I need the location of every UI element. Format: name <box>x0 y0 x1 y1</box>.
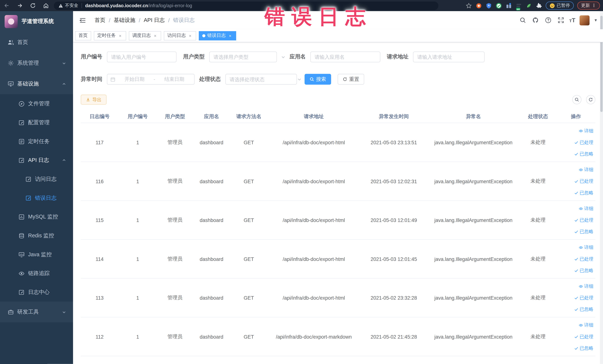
app-logo-row[interactable]: 芋道管理系统 <box>0 11 73 32</box>
sidebar-item-file-management[interactable]: 文件管理 <box>0 94 73 113</box>
extension-green-check-icon[interactable] <box>496 2 502 9</box>
tag-close-icon[interactable]: × <box>188 33 193 38</box>
reset-button[interactable]: 重置 <box>338 74 364 84</box>
mark-ignored-link[interactable]: 已忽略 <box>574 267 593 274</box>
mark-processed-link[interactable]: 已处理 <box>574 333 593 340</box>
user-type-select-input[interactable] <box>213 54 281 60</box>
tag-close-icon[interactable]: × <box>153 33 158 38</box>
address-bar[interactable]: 不安全 dashboard.yudao.iocoder.cn/infra/log… <box>54 1 438 10</box>
mark-processed-link[interactable]: 已处理 <box>574 139 593 146</box>
tag-close-icon[interactable]: × <box>118 33 123 38</box>
cell-exception-name: java.lang.IllegalArgumentException <box>428 140 519 145</box>
profile-paused-chip[interactable]: 已暂停 <box>545 1 574 10</box>
search-icon[interactable] <box>519 16 527 24</box>
export-button[interactable]: 导出 <box>81 94 107 105</box>
tag-close-icon[interactable]: × <box>228 33 233 38</box>
eye-icon <box>579 167 583 172</box>
fullscreen-icon[interactable] <box>557 16 565 24</box>
sidebar-toggle-icon[interactable] <box>79 16 88 24</box>
security-label[interactable]: 不安全 <box>65 3 78 9</box>
mark-ignored-link[interactable]: 已忽略 <box>574 151 593 157</box>
mark-ignored-link[interactable]: 已忽略 <box>574 189 593 196</box>
column-header-exception-name: 异常名 <box>428 113 519 120</box>
request-url-input[interactable] <box>413 52 485 62</box>
start-date-placeholder[interactable]: 开始日期 <box>118 76 151 83</box>
sidebar-item-java-monitor[interactable]: Java 监控 <box>0 245 73 264</box>
end-date-placeholder[interactable]: 结束日期 <box>158 76 191 83</box>
cell-user-type: 管理员 <box>157 178 193 185</box>
search-button[interactable]: 搜索 <box>304 74 331 84</box>
exception-time-range-picker[interactable]: 开始日期 - 结束日期 <box>107 74 195 84</box>
user-type-select[interactable] <box>209 52 277 62</box>
extension-grid-icon[interactable] <box>506 2 512 9</box>
sidebar-item-redis-monitor[interactable]: Redis 监控 <box>0 226 73 245</box>
tag-schedule-log[interactable]: 调度日志× <box>129 31 161 40</box>
user-avatar[interactable] <box>580 15 590 25</box>
breadcrumb-item-api-logs[interactable]: API 日志 <box>144 17 165 23</box>
annotation-overlay-title: 错误日志 <box>265 3 372 31</box>
extension-adblock-icon[interactable] <box>475 2 482 9</box>
tag-access-log[interactable]: 访问日志× <box>164 31 196 40</box>
detail-link[interactable]: 详细 <box>579 128 593 134</box>
cell-process-status: 未处理 <box>519 256 557 262</box>
sidebar-item-system-management[interactable]: 系统管理 <box>0 53 73 73</box>
browser-menu-dots-icon[interactable]: ⋮ <box>592 3 596 8</box>
update-chip[interactable]: 更新 ⋮ <box>577 1 600 10</box>
user-id-input[interactable] <box>107 52 177 62</box>
sidebar-item-mysql-monitor[interactable]: MySQL 监控 <box>0 207 73 226</box>
detail-link[interactable]: 详细 <box>579 283 593 289</box>
detail-link[interactable]: 详细 <box>579 322 593 328</box>
sidebar-item-config-management[interactable]: 配置管理 <box>0 113 73 132</box>
cell-app-name: dashboard <box>193 178 230 184</box>
screen-chart-icon <box>19 251 25 258</box>
sidebar-item-dev-tools[interactable]: 研发工具 <box>0 302 73 322</box>
mark-ignored-link[interactable]: 已忽略 <box>574 228 593 235</box>
cell-exception-time: 2021-05-02 21:45:28 <box>360 334 428 340</box>
mark-processed-link[interactable]: 已处理 <box>574 256 593 262</box>
extension-proxy-switch-icon[interactable]: on <box>515 2 522 9</box>
mark-processed-link[interactable]: 已处理 <box>574 178 593 185</box>
cell-exception-name: java.lang.IllegalArgumentException <box>428 256 519 262</box>
refresh-table-button[interactable] <box>586 95 595 104</box>
browser-home-icon[interactable] <box>39 0 52 11</box>
github-icon[interactable] <box>531 16 540 24</box>
extensions-puzzle-icon[interactable] <box>535 2 542 9</box>
mark-processed-link[interactable]: 已处理 <box>574 294 593 301</box>
sidebar-item-infrastructure[interactable]: 基础设施 <box>0 73 73 94</box>
mark-processed-link[interactable]: 已处理 <box>574 217 593 223</box>
breadcrumb-item-infrastructure[interactable]: 基础设施 <box>114 17 135 23</box>
screen: 不安全 dashboard.yudao.iocoder.cn/infra/log… <box>0 0 603 364</box>
extension-shield-icon[interactable] <box>486 2 492 9</box>
sidebar-item-home[interactable]: 首页 <box>0 32 73 53</box>
sidebar-item-access-log[interactable]: 访问日志 <box>0 170 73 188</box>
bookmark-star-icon[interactable] <box>465 2 472 9</box>
detail-link[interactable]: 详细 <box>579 205 593 212</box>
detail-link[interactable]: 详细 <box>579 244 593 250</box>
tag-home[interactable]: 首页 <box>75 31 91 40</box>
process-status-select[interactable] <box>225 74 297 84</box>
breadcrumb-item-home[interactable]: 首页 <box>94 17 105 23</box>
browser-back-icon[interactable] <box>0 0 13 11</box>
avatar-caret-down-icon[interactable]: ▼ <box>594 18 598 23</box>
app-name-input[interactable] <box>310 52 380 62</box>
detail-link[interactable]: 详细 <box>579 166 593 173</box>
process-status-select-input[interactable] <box>230 76 297 82</box>
sidebar-item-api-logs[interactable]: API 日志 <box>0 151 73 170</box>
toggle-search-button[interactable] <box>572 95 581 104</box>
cell-user-id: 1 <box>118 217 157 223</box>
browser-forward-icon[interactable] <box>13 0 26 11</box>
sidebar-item-log-center[interactable]: 日志中心 <box>0 283 73 302</box>
font-size-icon[interactable]: TT <box>569 17 575 23</box>
sidebar-item-trace[interactable]: 链路追踪 <box>0 264 73 283</box>
page-scrollbar[interactable] <box>600 11 603 364</box>
help-icon[interactable] <box>544 16 552 24</box>
security-warning-icon[interactable] <box>58 3 63 8</box>
sidebar-item-scheduled-tasks[interactable]: 定时任务 <box>0 132 73 151</box>
tag-error-log[interactable]: 错误日志× <box>199 31 236 40</box>
sidebar-item-error-log[interactable]: 错误日志 <box>0 188 73 208</box>
mark-ignored-link[interactable]: 已忽略 <box>574 345 593 351</box>
extension-leaf-icon[interactable] <box>525 2 532 9</box>
browser-reload-icon[interactable] <box>26 0 39 11</box>
mark-ignored-link[interactable]: 已忽略 <box>574 306 593 312</box>
tag-scheduled-tasks[interactable]: 定时任务× <box>94 31 126 40</box>
